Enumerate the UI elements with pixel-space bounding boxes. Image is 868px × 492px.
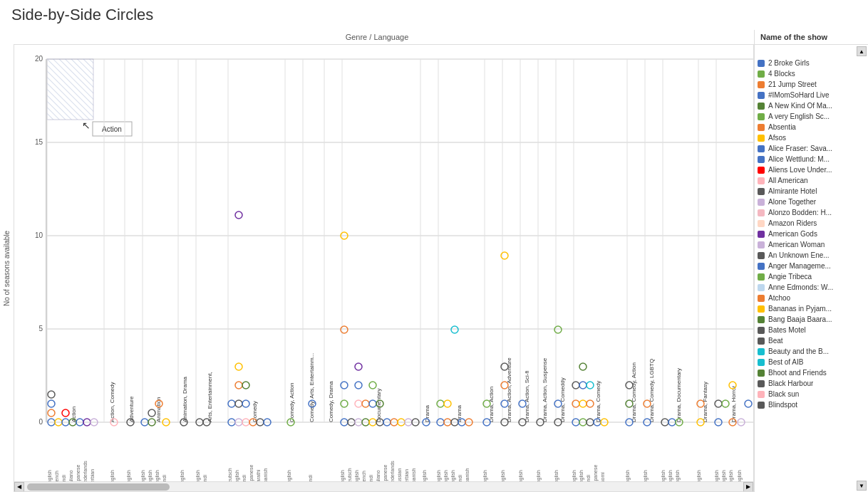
- svg-point-176: [369, 382, 376, 389]
- legend-label: Beauty and the B...: [768, 347, 829, 355]
- legend-color-box: [758, 70, 765, 78]
- svg-text:15: 15: [35, 138, 43, 146]
- legend-label: Almirante Hotel: [768, 187, 817, 195]
- svg-point-188: [444, 400, 451, 407]
- legend-sidebar: Name of the show ▲ 2 Broke Girls4 Blocks…: [754, 30, 868, 492]
- legend-item: Alonzo Bodden: H...: [755, 207, 868, 218]
- legend-label: 2 Broke Girls: [768, 59, 810, 67]
- legend-label: #IMomSoHard Live: [768, 91, 830, 99]
- legend-item: 21 Jump Street: [755, 79, 868, 90]
- chart-svg: 0 5 10 15 20: [14, 45, 753, 481]
- legend-color-box: [758, 391, 765, 398]
- svg-text:Hindi: Hindi: [202, 475, 207, 481]
- svg-text:Serbian: Serbian: [404, 469, 409, 481]
- legend-color-box: [758, 220, 765, 227]
- legend-label: Bates Motel: [768, 326, 806, 334]
- svg-text:Marathi: Marathi: [256, 469, 261, 481]
- svg-text:Deutsch: Deutsch: [227, 468, 232, 481]
- svg-text:Italiano: Italiano: [68, 470, 73, 481]
- legend-color-box: [758, 273, 765, 281]
- svg-point-156: [242, 382, 249, 389]
- svg-text:Japanese: Japanese: [593, 465, 599, 481]
- legend-label: Alice Fraser: Sava...: [768, 145, 832, 152]
- svg-point-230: [722, 400, 729, 407]
- legend-color-box: [758, 241, 765, 248]
- legend-item: American Gods: [755, 229, 868, 239]
- svg-text:English: English: [180, 470, 185, 481]
- sidebar-scroll-up[interactable]: ▲: [857, 46, 867, 56]
- svg-text:English: English: [482, 470, 488, 481]
- scrollbar-thumb[interactable]: [27, 483, 170, 491]
- svg-text:English: English: [737, 470, 743, 481]
- svg-text:Drama, Action, Adventure: Drama, Action, Adventure: [506, 357, 512, 422]
- legend-label: All American: [768, 177, 808, 184]
- legend-label: American Gods: [768, 230, 817, 238]
- legend-label: Anne Edmonds: W...: [768, 283, 833, 291]
- legend-color-box: [758, 359, 765, 366]
- svg-text:Drama, Action, Suspense: Drama, Action, Suspense: [542, 357, 548, 422]
- svg-text:Japanese: Japanese: [383, 465, 388, 481]
- svg-text:English: English: [696, 470, 702, 481]
- svg-text:English: English: [422, 470, 428, 481]
- legend-color-box: [758, 327, 765, 334]
- legend-color-box: [758, 156, 765, 163]
- svg-point-171: [355, 363, 362, 370]
- svg-text:French: French: [54, 471, 59, 481]
- svg-text:Drama, Comedy, LGBTQ: Drama, Comedy, LGBTQ: [649, 359, 655, 422]
- sidebar-scroll-down[interactable]: ▼: [857, 481, 867, 491]
- svg-point-127: [48, 409, 55, 417]
- legend-label: Alonzo Bodden: H...: [768, 209, 832, 216]
- legend-label: Alone Together: [768, 198, 816, 206]
- legend-label: Alice Wettlund: M...: [768, 155, 830, 163]
- svg-point-129: [48, 391, 55, 398]
- x-axis-label: Genre / Language: [0, 30, 754, 44]
- svg-text:Spanish: Spanish: [465, 469, 470, 481]
- sidebar-header: Name of the show: [755, 30, 868, 45]
- svg-text:Serbian: Serbian: [90, 469, 95, 481]
- legend-color-box: [758, 103, 765, 110]
- svg-point-211: [579, 382, 587, 389]
- legend-label: Beat: [768, 337, 783, 345]
- legend-item: Anne Edmonds: W...: [755, 282, 868, 293]
- svg-text:Drama: Drama: [424, 404, 430, 422]
- legend-item: Aliens Love Under...: [755, 164, 868, 175]
- legend-item: Bhoot and Friends: [755, 367, 868, 378]
- legend-label: Bang Baaja Baara...: [768, 315, 832, 323]
- legend-item: 2 Broke Girls: [755, 58, 868, 68]
- legend-label: Anger Manageme...: [768, 262, 831, 270]
- legend-color-box: [758, 348, 765, 355]
- legend-item: Alice Fraser: Sava...: [755, 143, 868, 154]
- legend-item: Bang Baaja Baara...: [755, 314, 868, 325]
- legend-item: Anger Manageme...: [755, 261, 868, 271]
- svg-text:Drama, Horror: Drama, Horror: [730, 386, 737, 422]
- scroll-left-button[interactable]: ◀: [14, 482, 24, 492]
- legend-label: 21 Jump Street: [768, 80, 817, 88]
- svg-point-173: [362, 400, 369, 407]
- svg-text:English: English: [436, 470, 442, 481]
- svg-text:Drama, Fantasy: Drama, Fantasy: [702, 382, 708, 422]
- legend-label: Angie Tribeca: [768, 273, 812, 281]
- svg-text:English: English: [579, 470, 584, 481]
- svg-text:English: English: [661, 470, 666, 481]
- svg-text:Drama, Action: Drama, Action: [488, 387, 495, 422]
- horizontal-scrollbar[interactable]: ◀ ▶: [14, 481, 753, 491]
- scroll-right-button[interactable]: ▶: [743, 482, 753, 492]
- legend-item: Afsos: [755, 132, 868, 143]
- svg-point-214: [587, 400, 594, 407]
- legend-color-box: [758, 295, 765, 302]
- svg-text:English: English: [675, 470, 681, 481]
- legend-color-box: [758, 145, 765, 152]
- legend-color-box: [758, 380, 765, 387]
- svg-text:Action, Comedy: Action, Comedy: [109, 382, 115, 422]
- legend-item: A very English Sc...: [755, 111, 868, 122]
- svg-text:English: English: [450, 470, 456, 481]
- legend-color-box: [758, 337, 765, 345]
- svg-text:English: English: [643, 470, 649, 481]
- svg-point-132: [62, 409, 69, 417]
- legend-item: Black sun: [755, 389, 868, 399]
- legend-item: Best of AIB: [755, 357, 868, 367]
- svg-text:Drama, Comedy: Drama, Comedy: [595, 381, 601, 422]
- svg-text:English: English: [572, 470, 577, 481]
- svg-text:English: English: [155, 470, 160, 481]
- svg-text:Hindi: Hindi: [308, 475, 313, 481]
